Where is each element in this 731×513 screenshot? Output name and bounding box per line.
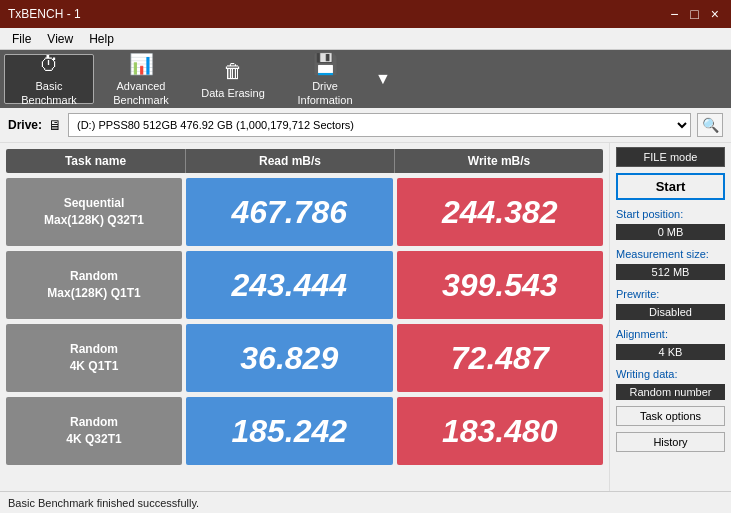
row-label-1: RandomMax(128K) Q1T1	[6, 251, 182, 319]
advanced-benchmark-icon: 📊	[129, 51, 154, 77]
menu-bar: File View Help	[0, 28, 731, 50]
table-header: Task name Read mB/s Write mB/s	[6, 149, 603, 173]
row-write-3: 183.480	[397, 397, 604, 465]
param-value-measurement-size: 512 MB	[616, 264, 725, 280]
toolbar: ⏱ BasicBenchmark 📊 AdvancedBenchmark 🗑 D…	[0, 50, 731, 108]
status-message: Basic Benchmark finished successfully.	[8, 497, 199, 509]
param-label-prewrite: Prewrite:	[616, 288, 725, 300]
drive-information-icon: 💾	[313, 51, 338, 77]
main-layout: Task name Read mB/s Write mB/s Sequentia…	[0, 143, 731, 491]
row-write-1: 399.543	[397, 251, 604, 319]
window-title: TxBENCH - 1	[8, 7, 81, 21]
history-button[interactable]: History	[616, 432, 725, 452]
row-read-0: 467.786	[186, 178, 393, 246]
minimize-button[interactable]: −	[666, 7, 682, 21]
benchmark-area: Task name Read mB/s Write mB/s Sequentia…	[0, 143, 609, 491]
drive-label: Drive:	[8, 118, 42, 132]
param-value-prewrite: Disabled	[616, 304, 725, 320]
row-write-0: 244.382	[397, 178, 604, 246]
toolbar-dropdown-button[interactable]: ▼	[372, 54, 394, 104]
table-row: Random4K Q1T1 36.829 72.487	[6, 324, 603, 392]
drive-refresh-button[interactable]: 🔍	[697, 113, 723, 137]
toolbar-basic-benchmark[interactable]: ⏱ BasicBenchmark	[4, 54, 94, 104]
menu-view[interactable]: View	[43, 31, 77, 47]
toolbar-advanced-benchmark[interactable]: 📊 AdvancedBenchmark	[96, 54, 186, 104]
window-controls: − □ ×	[666, 7, 723, 21]
header-task: Task name	[6, 149, 186, 173]
toolbar-advanced-benchmark-label: AdvancedBenchmark	[113, 79, 169, 108]
task-options-button[interactable]: Task options	[616, 406, 725, 426]
param-value-alignment: 4 KB	[616, 344, 725, 360]
row-read-3: 185.242	[186, 397, 393, 465]
menu-file[interactable]: File	[8, 31, 35, 47]
toolbar-drive-information[interactable]: 💾 DriveInformation	[280, 54, 370, 104]
table-row: SequentialMax(128K) Q32T1 467.786 244.38…	[6, 178, 603, 246]
data-erasing-icon: 🗑	[223, 58, 243, 84]
refresh-icon: 🔍	[702, 117, 719, 133]
row-label-3: Random4K Q32T1	[6, 397, 182, 465]
toolbar-data-erasing[interactable]: 🗑 Data Erasing	[188, 54, 278, 104]
table-row: Random4K Q32T1 185.242 183.480	[6, 397, 603, 465]
file-mode-button[interactable]: FILE mode	[616, 147, 725, 167]
row-read-1: 243.444	[186, 251, 393, 319]
toolbar-drive-information-label: DriveInformation	[297, 79, 352, 108]
basic-benchmark-icon: ⏱	[39, 51, 59, 77]
status-bar: Basic Benchmark finished successfully.	[0, 491, 731, 513]
param-label-start-position: Start position:	[616, 208, 725, 220]
close-button[interactable]: ×	[707, 7, 723, 21]
param-value-start-position: 0 MB	[616, 224, 725, 240]
right-panel: FILE mode Start Start position: 0 MB Mea…	[609, 143, 731, 491]
drive-select[interactable]: (D:) PPSS80 512GB 476.92 GB (1,000,179,7…	[68, 113, 691, 137]
drive-bar: Drive: 🖥 (D:) PPSS80 512GB 476.92 GB (1,…	[0, 108, 731, 143]
toolbar-basic-benchmark-label: BasicBenchmark	[21, 79, 77, 108]
start-button[interactable]: Start	[616, 173, 725, 200]
header-read: Read mB/s	[186, 149, 395, 173]
title-bar: TxBENCH - 1 − □ ×	[0, 0, 731, 28]
maximize-button[interactable]: □	[686, 7, 702, 21]
toolbar-data-erasing-label: Data Erasing	[201, 86, 265, 100]
row-label-2: Random4K Q1T1	[6, 324, 182, 392]
row-read-2: 36.829	[186, 324, 393, 392]
param-label-alignment: Alignment:	[616, 328, 725, 340]
header-write: Write mB/s	[395, 149, 603, 173]
row-write-2: 72.487	[397, 324, 604, 392]
param-value-writing-data: Random number	[616, 384, 725, 400]
row-label-0: SequentialMax(128K) Q32T1	[6, 178, 182, 246]
param-label-writing-data: Writing data:	[616, 368, 725, 380]
param-label-measurement-size: Measurement size:	[616, 248, 725, 260]
table-row: RandomMax(128K) Q1T1 243.444 399.543	[6, 251, 603, 319]
menu-help[interactable]: Help	[85, 31, 118, 47]
drive-icon: 🖥	[48, 117, 62, 133]
